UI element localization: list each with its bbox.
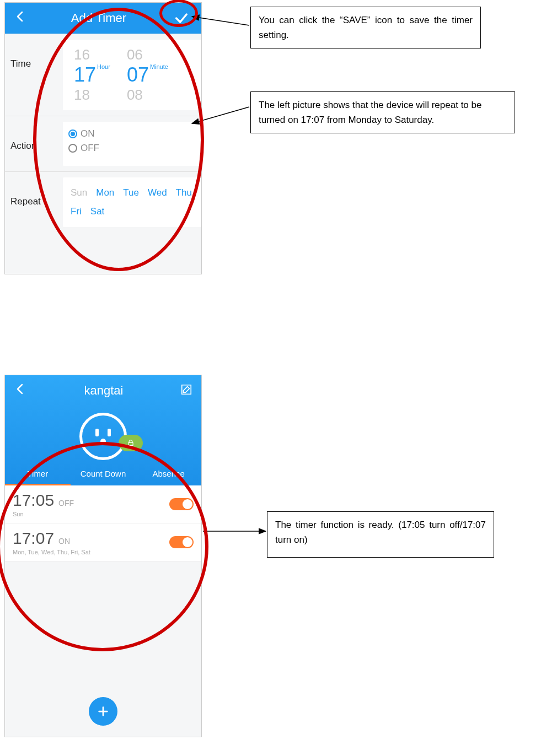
- svg-line-1: [192, 17, 249, 25]
- callout-repeat: The left picture shows that the device w…: [250, 91, 515, 133]
- callout-save: You can click the “SAVE” icon to save th…: [250, 7, 481, 48]
- edit-icon[interactable]: [180, 384, 192, 398]
- back-arrow-icon[interactable]: [14, 382, 27, 399]
- annotation-oval-phone1: [33, 8, 204, 271]
- add-timer-fab[interactable]: [89, 697, 117, 726]
- arrow-to-save: [188, 11, 259, 39]
- annotation-circle-save: [159, 0, 198, 27]
- back-arrow-icon[interactable]: [14, 9, 27, 27]
- annotation-oval-phone2: [0, 442, 208, 651]
- callout-ready: The timer function is ready. (17:05 turn…: [267, 511, 494, 558]
- device-title: kangtai: [84, 384, 124, 398]
- arrow-to-timerlist: [199, 523, 276, 540]
